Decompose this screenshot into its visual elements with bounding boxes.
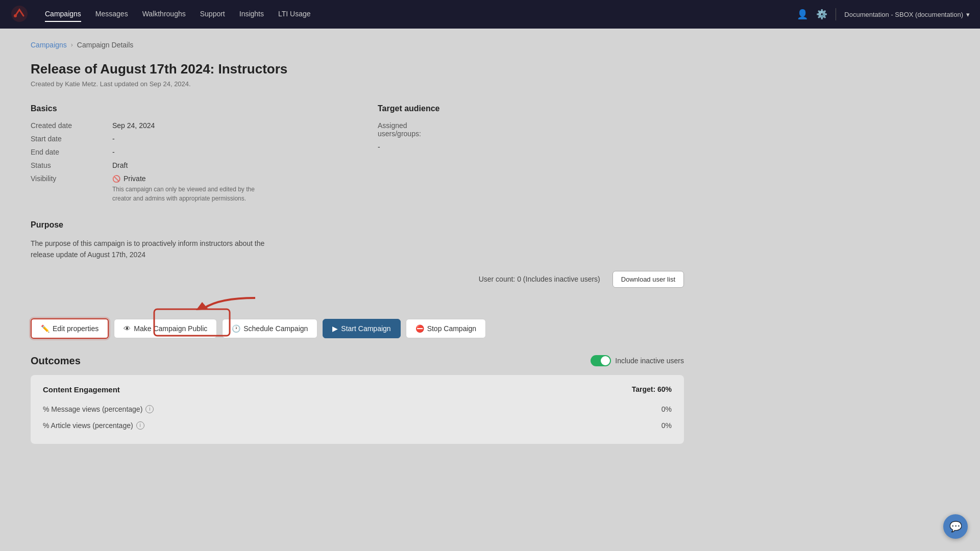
message-views-row: % Message views (percentage) i 0% (43, 401, 672, 417)
stop-icon: ⛔ (415, 324, 424, 333)
end-date-value: - (112, 148, 115, 156)
purpose-text: The purpose of this campaign is to proac… (31, 238, 286, 261)
start-date-value: - (112, 135, 115, 143)
content-engagement-card: Content Engagement Target: 60% % Message… (31, 375, 684, 444)
assigned-value: - (378, 143, 380, 151)
svg-marker-3 (196, 302, 208, 310)
article-views-value: 0% (662, 421, 672, 430)
nav-support[interactable]: Support (200, 7, 225, 22)
workspace-selector[interactable]: Documentation - SBOX (documentation) ▾ (844, 11, 970, 18)
nav-divider (836, 8, 836, 20)
created-date-label: Created date (31, 121, 92, 130)
message-views-label-group: % Message views (percentage) i (43, 405, 154, 413)
page-subtitle: Created by Katie Metz. Last updated on S… (31, 80, 684, 88)
assigned-label: Assigned users/groups: (378, 121, 439, 138)
eye-slash-icon: 🚫 (112, 175, 120, 183)
nav-walkthroughs[interactable]: Walkthroughs (142, 7, 186, 22)
stop-campaign-label: Stop Campaign (427, 324, 477, 333)
visibility-row: Visibility 🚫 Private This campaign can o… (31, 174, 337, 203)
include-inactive-toggle[interactable] (591, 355, 611, 366)
make-public-button[interactable]: 👁 Make Campaign Public (114, 319, 217, 338)
breadcrumb: Campaigns › Campaign Details (31, 41, 684, 49)
assigned-row: Assigned users/groups: (378, 121, 684, 138)
nav-campaigns[interactable]: Campaigns (45, 7, 81, 22)
nav-messages[interactable]: Messages (95, 7, 128, 22)
breadcrumb-current: Campaign Details (77, 41, 134, 49)
message-views-info-icon[interactable]: i (145, 405, 154, 413)
breadcrumb-campaigns[interactable]: Campaigns (31, 41, 67, 49)
user-count-text: User count: 0 (Includes inactive users) (479, 275, 600, 283)
clock-icon: 🕐 (232, 324, 240, 333)
engagement-target: Target: 60% (632, 385, 672, 393)
outcomes-header: Outcomes Include inactive users (31, 355, 684, 367)
svg-point-1 (14, 14, 17, 17)
visibility-value: Private (124, 174, 146, 183)
created-date-value: Sep 24, 2024 (112, 121, 155, 130)
outcomes-title: Outcomes (31, 355, 81, 367)
svg-point-0 (11, 6, 28, 22)
purpose-section: Purpose The purpose of this campaign is … (31, 220, 684, 261)
engagement-title: Content Engagement (43, 385, 120, 394)
chevron-down-icon: ▾ (966, 11, 970, 18)
make-public-label: Make Campaign Public (134, 324, 207, 333)
play-icon: ▶ (332, 324, 338, 333)
nav-insights[interactable]: Insights (239, 7, 264, 22)
main-content: Campaigns › Campaign Details Release of … (0, 29, 715, 456)
top-nav: Campaigns Messages Walkthroughs Support … (0, 0, 980, 29)
schedule-campaign-label: Schedule Campaign (243, 324, 308, 333)
status-label: Status (31, 161, 92, 169)
breadcrumb-separator: › (71, 41, 73, 48)
nav-lti-usage[interactable]: LTI Usage (278, 7, 311, 22)
article-views-info-icon[interactable]: i (136, 421, 144, 430)
stop-campaign-button[interactable]: ⛔ Stop Campaign (406, 319, 486, 338)
edit-icon: ✏️ (41, 324, 50, 333)
status-row: Status Draft (31, 161, 337, 169)
article-views-row: % Article views (percentage) i 0% (43, 417, 672, 434)
download-user-list-button[interactable]: Download user list (612, 271, 684, 288)
assigned-value-row: - (378, 143, 684, 151)
end-date-row: End date - (31, 148, 337, 156)
status-value: Draft (112, 161, 128, 169)
message-views-value: 0% (662, 405, 672, 413)
start-campaign-label: Start Campaign (341, 324, 390, 333)
article-views-label: % Article views (percentage) (43, 421, 133, 430)
page-title: Release of August 17th 2024: Instructors (31, 61, 684, 77)
basics-section: Basics Created date Sep 24, 2024 Start d… (31, 104, 684, 208)
purpose-heading: Purpose (31, 220, 684, 230)
visibility-value-group: 🚫 Private This campaign can only be view… (112, 174, 265, 203)
basics-heading: Basics (31, 104, 337, 113)
include-inactive-row: Include inactive users (591, 355, 684, 366)
workspace-label: Documentation - SBOX (documentation) (844, 11, 963, 18)
message-views-label: % Message views (percentage) (43, 405, 142, 413)
visibility-label: Visibility (31, 174, 92, 203)
end-date-label: End date (31, 148, 92, 156)
user-count-row: User count: 0 (Includes inactive users) … (31, 271, 684, 288)
settings-icon[interactable]: ⚙️ (816, 9, 827, 20)
engagement-header: Content Engagement Target: 60% (43, 385, 672, 394)
user-icon[interactable]: 👤 (797, 9, 808, 20)
schedule-campaign-button[interactable]: 🕐 Schedule Campaign (222, 319, 317, 338)
start-campaign-button[interactable]: ▶ Start Campaign (323, 319, 400, 338)
target-audience-col: Target audience Assigned users/groups: - (378, 104, 684, 208)
article-views-label-group: % Article views (percentage) i (43, 421, 144, 430)
start-date-row: Start date - (31, 135, 337, 143)
outcomes-section: Outcomes Include inactive users Content … (31, 355, 684, 444)
target-audience-heading: Target audience (378, 104, 684, 113)
edit-properties-button[interactable]: ✏️ Edit properties (31, 318, 109, 339)
include-inactive-label: Include inactive users (615, 357, 684, 365)
created-date-row: Created date Sep 24, 2024 (31, 121, 337, 130)
basics-col: Basics Created date Sep 24, 2024 Start d… (31, 104, 337, 208)
logo (10, 5, 29, 24)
action-buttons-row: ✏️ Edit properties 👁 Make Campaign Publi… (31, 318, 684, 339)
start-date-label: Start date (31, 135, 92, 143)
visibility-note: This campaign can only be viewed and edi… (112, 185, 265, 203)
nav-links: Campaigns Messages Walkthroughs Support … (45, 7, 780, 22)
edit-properties-label: Edit properties (53, 324, 99, 333)
eye-icon: 👁 (124, 324, 131, 333)
nav-right: 👤 ⚙️ Documentation - SBOX (documentation… (797, 8, 970, 20)
